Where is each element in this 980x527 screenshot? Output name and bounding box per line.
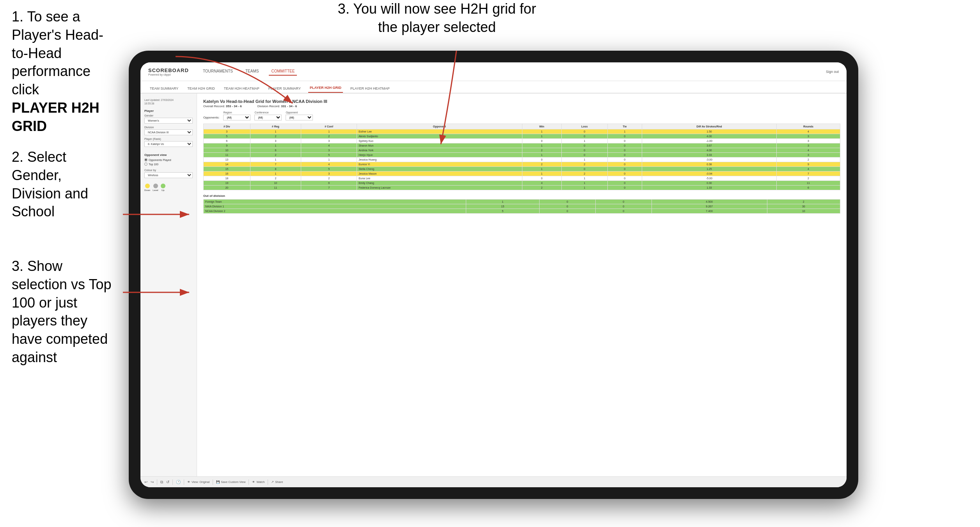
save-custom-btn[interactable]: 💾 Save Custom View	[216, 480, 245, 484]
table-cell: 0	[607, 134, 642, 139]
table-row: 19106Emily Chang4100.3011	[204, 181, 840, 186]
table-cell: Federica Domecq Lacroze	[357, 186, 522, 190]
table-cell: 2	[776, 176, 840, 181]
instruction-1: 1. To see a Player's Head-to-Head perfor…	[0, 0, 129, 147]
table-row: 633Sydney Kuo010-1.003	[204, 139, 840, 143]
colour-up-label: Up	[162, 189, 165, 191]
ood-table-cell: 15	[466, 204, 539, 209]
table-cell: 3	[301, 139, 357, 143]
sidebar-colour-by-select[interactable]: Win/loss	[144, 172, 193, 178]
watch-btn[interactable]: 👁 Watch	[252, 480, 265, 484]
table-cell: 1	[561, 181, 607, 186]
share-label: Share	[275, 480, 283, 484]
table-cell: Sydney Kuo	[357, 139, 522, 143]
th-reg: # Reg	[250, 124, 301, 129]
ood-table-cell: 0	[595, 209, 652, 214]
sidebar-radio-opponents[interactable]: Opponents Played	[144, 158, 193, 161]
clock-icon[interactable]: 🕐	[176, 480, 181, 484]
table-cell: 0	[561, 148, 607, 153]
table-cell: 5	[301, 153, 357, 157]
table-cell: 2	[301, 134, 357, 139]
table-cell: 13	[204, 157, 250, 162]
step2-text: 2. Select Gender, Division and School	[12, 149, 88, 219]
table-cell: 8	[250, 167, 301, 172]
table-row: 1585Stella Cheng1001.254	[204, 167, 840, 172]
table-cell: 0	[607, 186, 642, 190]
subnav-team-summary[interactable]: TEAM SUMMARY	[148, 84, 180, 93]
table-cell: 1	[522, 143, 561, 148]
ood-table-cell: 7.400	[652, 209, 767, 214]
colour-down-label: Down	[144, 189, 150, 191]
table-cell: 1	[561, 186, 607, 190]
step1-bold: PLAYER H2H GRID	[12, 100, 99, 134]
table-cell: Andrea York	[357, 148, 522, 153]
table-cell: 11	[250, 186, 301, 190]
sidebar-player-rank-select[interactable]: 8. Katelyn Vo	[144, 141, 193, 147]
copy-icon[interactable]: ⧉	[160, 480, 163, 485]
table-cell: 9	[776, 162, 840, 167]
subnav-player-summary[interactable]: PLAYER SUMMARY	[267, 84, 302, 93]
sidebar-gender-select[interactable]: Women's	[144, 118, 193, 124]
nav-tournaments[interactable]: TOURNAMENTS	[201, 67, 235, 76]
main-content: Last Updated: 27/03/202416:55:38 Player …	[140, 94, 847, 476]
region-filter-label: Region	[223, 111, 250, 114]
subnav-player-h2h-grid[interactable]: PLAYER H2H GRID	[308, 83, 343, 93]
table-cell: 2	[522, 186, 561, 190]
table-cell: 0	[607, 157, 642, 162]
opponent-filter: Opponent (All)	[286, 111, 313, 120]
colour-down: Down	[144, 184, 150, 191]
conference-filter: Conference (All)	[254, 111, 282, 120]
sign-out[interactable]: Sign out	[826, 70, 839, 74]
table-cell: 4	[522, 181, 561, 186]
toolbar: ↩ ↪ ⧉ ↺ 🕐 👁 View: Original 💾 Save Custom…	[140, 476, 847, 487]
ood-table-cell: 0	[595, 200, 652, 204]
table-cell: 6	[250, 148, 301, 153]
subnav-team-h2h-heatmap[interactable]: TEAM H2H HEATMAP	[222, 84, 261, 93]
nav-committee[interactable]: COMMITTEE	[269, 67, 297, 76]
table-row: NAIA Division 115009.26730	[204, 204, 840, 209]
table-cell: 2	[776, 157, 840, 162]
table-cell: Alexis Sudjianto	[357, 134, 522, 139]
sidebar-colour-by-label: Colour by	[144, 169, 193, 172]
table-row: NCAA Division 25007.40010	[204, 209, 840, 214]
table-cell: 2	[250, 176, 301, 181]
subnav-team-h2h-grid[interactable]: TEAM H2H GRID	[186, 84, 217, 93]
toolbar-sep-6	[268, 479, 268, 485]
table-cell: 0	[607, 148, 642, 153]
save-icon: 💾	[216, 480, 220, 484]
colour-circle-level	[153, 184, 158, 188]
table-cell: 20	[204, 186, 250, 190]
step3-bottom-text: 3. Show selection vs Top 100 or just pla…	[12, 258, 111, 365]
conference-filter-select[interactable]: (All)	[254, 115, 282, 120]
table-cell: 1	[522, 167, 561, 172]
table-cell: 1	[522, 129, 561, 134]
ood-table-cell: 2	[767, 200, 840, 204]
view-original-label: View: Original	[192, 480, 209, 484]
table-cell: 0	[607, 181, 642, 186]
table-row: 20117Federica Domecq Lacroze2101.336	[204, 186, 840, 190]
undo-icon[interactable]: ↩	[144, 480, 147, 484]
division-record-label: Division Record:	[257, 104, 280, 108]
table-cell: 7	[250, 162, 301, 167]
table-cell: 0	[607, 162, 642, 167]
radio-top100-label: Top 100	[149, 163, 158, 166]
region-filter-select[interactable]: (All)	[223, 115, 250, 120]
subnav-player-h2h-heatmap[interactable]: PLAYER H2H HEATMAP	[349, 84, 391, 93]
watch-label: Watch	[256, 480, 265, 484]
table-cell: -1.00	[642, 139, 776, 143]
opponent-filter-select[interactable]: (All)	[286, 115, 313, 120]
share-btn[interactable]: ↗ Share	[271, 480, 283, 484]
filters-row: Opponents: Region (All) Conference (All)	[203, 111, 840, 120]
th-div: # Div	[204, 124, 250, 129]
th-win: Win	[522, 124, 561, 129]
redo-icon[interactable]: ↪	[151, 480, 154, 484]
sidebar-division-select[interactable]: NCAA Division III	[144, 129, 193, 135]
table-cell: Heejo Hyun	[357, 153, 522, 157]
toolbar-sep-2	[172, 479, 173, 485]
nav-teams[interactable]: TEAMS	[243, 67, 261, 76]
refresh-icon[interactable]: ↺	[166, 480, 169, 484]
view-original-btn[interactable]: 👁 View: Original	[187, 480, 209, 484]
table-cell: 1.50	[642, 129, 776, 134]
sidebar-radio-top100[interactable]: Top 100	[144, 163, 193, 166]
instruction-3-bottom: 3. Show selection vs Top 100 or just pla…	[0, 257, 129, 367]
